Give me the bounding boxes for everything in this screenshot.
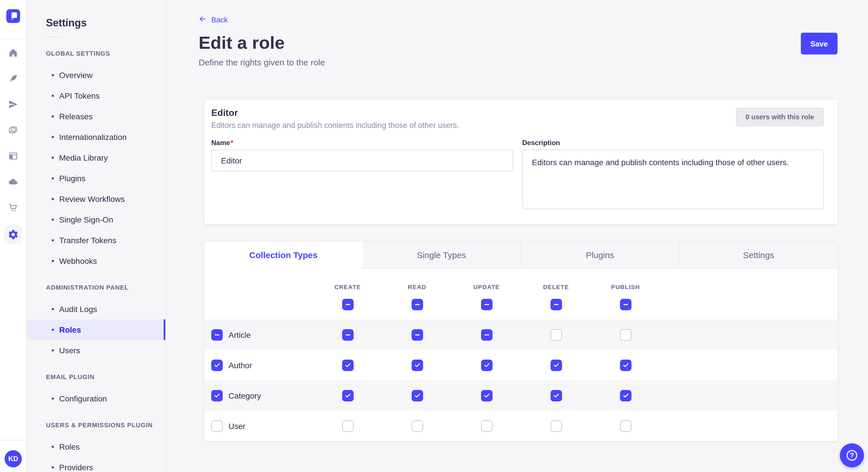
perm-user-create-checkbox[interactable] [342,420,353,432]
perm-article-update-checkbox[interactable] [481,329,492,340]
check-icon [622,392,629,399]
bullet-icon [52,349,54,351]
name-field[interactable] [211,150,513,171]
tab-collection-types[interactable]: Collection Types [205,241,363,268]
sidebar-item-configuration[interactable]: Configuration [27,388,165,409]
select-all-update-checkbox[interactable] [481,299,492,310]
rail-item-paper-plane[interactable] [0,91,26,117]
sidebar-item-overview[interactable]: Overview [27,65,165,86]
row-user-checkbox[interactable] [211,420,223,432]
arrow-left-icon [198,15,207,23]
perm-author-publish-checkbox[interactable] [620,359,631,371]
sidebar-item-audit-logs[interactable]: Audit Logs [27,299,165,319]
perm-user-publish-checkbox[interactable] [620,420,631,432]
sidebar-item-label: Providers [59,463,93,472]
sidebar-item-label: Transfer Tokens [59,236,116,245]
perm-user-delete-checkbox[interactable] [550,420,562,432]
back-link[interactable]: Back [198,15,228,25]
rail-item-home[interactable] [0,40,26,65]
avatar[interactable]: KD [5,450,22,467]
sidebar-title: Settings [46,17,165,29]
perm-author-create-checkbox[interactable] [342,359,353,371]
bullet-icon [52,260,54,262]
bullet-icon [52,136,54,138]
check-icon [214,362,220,369]
save-button[interactable]: Save [801,33,838,55]
perm-category-create-checkbox[interactable] [342,390,353,401]
perm-category-delete-checkbox[interactable] [550,390,562,401]
perm-article-read-checkbox[interactable] [411,329,423,340]
perm-author-update-checkbox[interactable] [481,359,492,371]
sidebar-section-heading: EMAIL PLUGIN [46,373,165,380]
sidebar-section-users-permissions-plugin: USERS & PERMISSIONS PLUGINRolesProviders [27,422,165,472]
rail-item-cloud[interactable] [0,169,26,194]
select-all-read-checkbox[interactable] [411,299,423,310]
bullet-icon [52,177,54,179]
sidebar-title-divider [46,37,60,37]
perm-article-delete-checkbox[interactable] [550,329,562,340]
sidebar-item-releases[interactable]: Releases [27,106,165,127]
help-button[interactable]: ? [840,443,864,467]
permissions-tabs: Collection TypesSingle TypesPluginsSetti… [205,241,838,268]
sidebar-section-heading: GLOBAL SETTINGS [46,50,165,57]
select-all-publish-checkbox[interactable] [620,299,631,310]
rail-item-settings[interactable] [4,225,22,244]
sidebar-item-plugins[interactable]: Plugins [27,168,165,189]
row-category-checkbox[interactable] [211,390,223,401]
perm-author-delete-checkbox[interactable] [550,359,562,371]
tab-single-types[interactable]: Single Types [363,241,521,268]
perm-article-create-checkbox[interactable] [342,329,353,340]
indeterminate-icon [344,301,351,308]
rail-item-feather[interactable] [0,65,26,91]
tab-plugins[interactable]: Plugins [520,241,679,268]
sidebar-item-single-sign-on[interactable]: Single Sign-On [27,209,165,230]
main-nav-rail: KD [0,0,27,472]
sidebar-item-label: Roles [59,325,81,334]
users-count-badge[interactable]: 0 users with this role [736,108,824,126]
sidebar-item-webhooks[interactable]: Webhooks [27,250,165,271]
perm-category-publish-checkbox[interactable] [620,390,631,401]
sidebar-item-roles[interactable]: Roles [27,436,165,457]
cloud-icon [8,176,19,187]
sidebar-item-transfer-tokens[interactable]: Transfer Tokens [27,230,165,250]
row-article-checkbox[interactable] [211,329,223,340]
sidebar-item-label: Users [59,346,80,355]
perm-category-update-checkbox[interactable] [481,390,492,401]
sidebar-item-label: Configuration [59,394,107,403]
check-icon [414,392,421,399]
perm-article-publish-checkbox[interactable] [620,329,631,340]
check-icon [622,362,629,369]
paper-plane-icon [8,99,19,109]
help-icon: ? [845,448,859,462]
strapi-logo-icon[interactable] [6,9,20,23]
rail-item-layout[interactable] [0,143,26,169]
sidebar-item-media-library[interactable]: Media Library [27,147,165,168]
check-icon [344,392,351,399]
column-header-update: UPDATE [473,283,500,290]
row-author-checkbox[interactable] [211,359,223,371]
sidebar-item-internationalization[interactable]: Internationalization [27,127,165,147]
sidebar-item-providers[interactable]: Providers [27,457,165,472]
rail-item-media-images[interactable] [0,117,26,143]
row-label: User [228,421,245,430]
rail-item-cart[interactable] [0,194,26,220]
table-row-category: Category [205,380,838,411]
description-field[interactable]: Editors can manage and publish contents … [522,150,824,209]
bullet-icon [52,157,54,159]
sidebar-item-roles[interactable]: Roles [27,319,165,340]
perm-category-read-checkbox[interactable] [411,390,423,401]
bullet-icon [52,466,54,469]
perm-author-read-checkbox[interactable] [411,359,423,371]
sidebar-item-api-tokens[interactable]: API Tokens [27,86,165,106]
select-all-delete-checkbox[interactable] [550,299,562,310]
sidebar-item-users[interactable]: Users [27,340,165,361]
sidebar-section-heading: ADMINISTRATION PANEL [46,284,165,291]
select-all-create-checkbox[interactable] [342,299,353,310]
tab-settings[interactable]: Settings [679,241,838,268]
perm-user-read-checkbox[interactable] [411,420,423,432]
bullet-icon [52,239,54,241]
sidebar-item-review-workflows[interactable]: Review Workflows [27,189,165,209]
bullet-icon [52,115,54,117]
perm-user-update-checkbox[interactable] [481,420,492,432]
bullet-icon [52,446,54,448]
